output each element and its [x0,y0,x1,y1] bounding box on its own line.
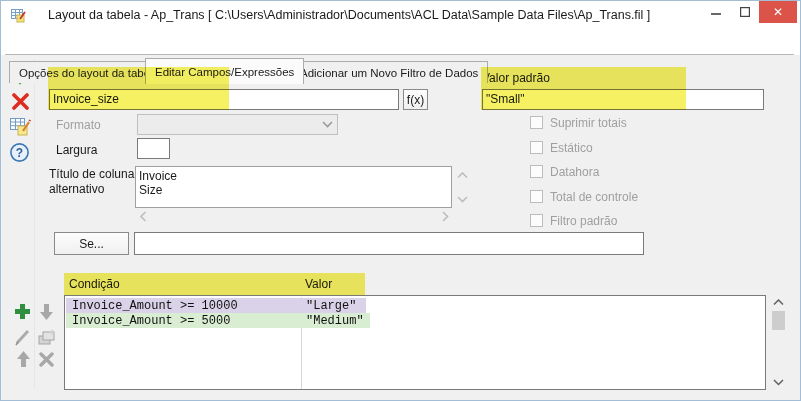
scrollbar-down-icon[interactable] [773,379,784,386]
maximize-icon [740,7,750,17]
largura-label: Largura [56,143,97,157]
help-question-icon[interactable]: ? [10,143,29,162]
minimize-button[interactable] [701,1,730,23]
move-up-arrow-icon[interactable] [16,351,31,367]
edit-pencil-icon[interactable] [14,329,31,346]
checkbox-suprimir-totais[interactable] [530,116,543,129]
scrollbar-thumb[interactable] [772,311,785,330]
se-condition-input[interactable] [134,232,644,255]
valor-padrao-input[interactable]: "Small" [482,89,764,110]
se-condition-button[interactable]: Se... [54,232,129,255]
table-layout-dialog: Layout da tabela - Ap_Trans [ C:\Users\A… [0,0,801,401]
edit-table-icon[interactable] [10,117,32,137]
edit-fields-panel: ? Nome Invoice_size f(x) Valor padrão "S… [1,55,801,396]
condition-row-1[interactable]: Invoice_Amount >= 10000 "Large" [66,298,366,313]
valor-padrao-label: Valor padrão [482,71,550,85]
scroll-down-icon[interactable] [457,196,468,203]
condition-value: "Large" [306,299,356,313]
checkbox-total-controle-label: Total de controle [550,190,638,204]
checkbox-estatico-label: Estático [550,141,593,155]
tab-content-divider [5,54,794,55]
nome-input[interactable]: Invoice_size [49,89,399,110]
cancel-x-icon[interactable] [12,93,29,110]
formato-label: Formato [56,118,101,132]
duplicate-copy-icon[interactable] [37,329,56,346]
move-down-arrow-icon[interactable] [39,304,54,320]
titulo-coluna-textarea[interactable]: Invoice Size [135,166,452,208]
chevron-down-icon [322,121,333,128]
close-button[interactable]: ✕ [759,1,797,23]
titulo-coluna-label-line2: alternativo [49,182,104,196]
scroll-up-icon[interactable] [457,172,468,179]
add-plus-icon[interactable] [14,303,31,320]
conditions-scrollbar[interactable] [770,295,787,390]
titlebar: Layout da tabela - Ap_Trans [ C:\Users\A… [1,1,800,29]
condition-expression: Invoice_Amount >= 10000 [72,299,238,313]
scrollbar-up-icon[interactable] [773,299,784,306]
scroll-right-icon[interactable] [442,211,449,222]
minimize-icon [711,7,721,17]
window-title: Layout da tabela - Ap_Trans [ C:\Users\A… [48,8,650,22]
largura-input[interactable] [137,138,170,159]
valor-column-header: Valor [305,277,332,291]
tabstrip: Opções do layout da tabela Editar Campos… [1,29,800,55]
condicao-column-header: Condição [69,277,120,291]
checkbox-suprimir-totais-label: Suprimir totais [550,116,627,130]
svg-text:?: ? [16,146,23,160]
tab-editar-campos[interactable]: Editar Campos/Expressões [145,58,304,84]
formato-dropdown[interactable] [137,114,338,135]
delete-x-icon[interactable] [39,352,54,367]
tab-novo-filtro[interactable]: Adicionar um Novo Filtro de Dados [290,61,488,83]
checkbox-datahora[interactable] [530,165,543,178]
checkbox-datahora-label: Datahora [550,165,599,179]
app-table-edit-icon [11,8,27,23]
maximize-button[interactable] [730,1,759,23]
fx-expression-button[interactable]: f(x) [403,89,428,110]
checkbox-total-controle[interactable] [530,190,543,203]
checkbox-estatico[interactable] [530,141,543,154]
condition-value: "Medium" [306,314,364,328]
toolbar-separator [34,59,35,389]
scroll-left-icon[interactable] [140,211,147,222]
condition-expression: Invoice_Amount >= 5000 [72,314,230,328]
checkbox-filtro-padrao[interactable] [530,214,543,227]
checkbox-filtro-padrao-label: Filtro padrão [550,214,617,228]
condition-row-2[interactable]: Invoice_Amount >= 5000 "Medium" [66,313,370,328]
conditions-listbox[interactable]: Invoice_Amount >= 10000 "Large" Invoice_… [64,295,766,390]
titulo-coluna-label-line1: Título de coluna [49,167,134,181]
